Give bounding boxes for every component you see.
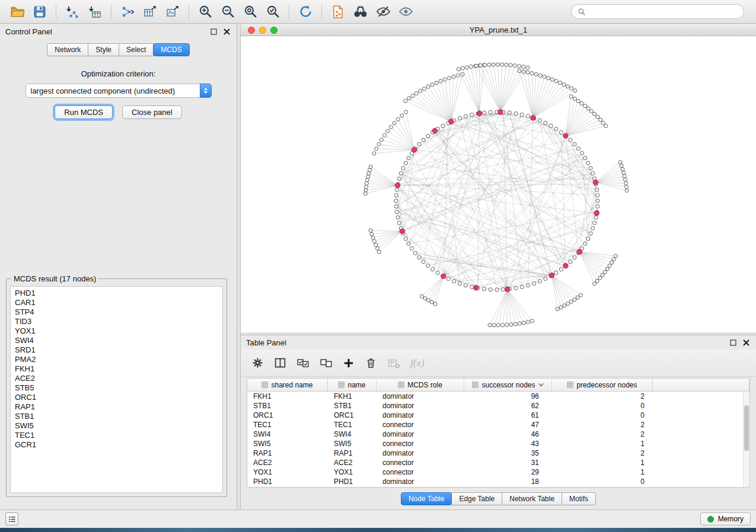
column-header-name[interactable]: name xyxy=(328,379,377,392)
export-network-button[interactable] xyxy=(116,2,139,21)
table-row[interactable]: ORC1ORC1dominator610 xyxy=(247,411,749,420)
tab-network-table[interactable]: Network Table xyxy=(502,492,562,505)
import-table-button[interactable] xyxy=(84,2,106,21)
export-table-button[interactable] xyxy=(139,2,161,21)
float-table-panel-button[interactable] xyxy=(728,338,738,347)
zoom-out-button[interactable] xyxy=(216,2,239,21)
close-panel-action-button[interactable]: Close panel xyxy=(122,105,182,119)
table-cell: PHD1 xyxy=(247,477,328,486)
close-panel-button[interactable] xyxy=(222,27,231,36)
select-all-columns-button[interactable] xyxy=(296,357,310,370)
table-row[interactable]: RAP1RAP1dominator352 xyxy=(247,448,749,458)
export-network-icon xyxy=(120,5,135,19)
table-row[interactable]: FKH1FKH1dominator962 xyxy=(247,392,749,401)
delete-table-button[interactable] xyxy=(387,357,400,370)
table-row[interactable]: YOX1YOX1connector291 xyxy=(247,467,749,477)
zoom-fit-button[interactable] xyxy=(239,2,261,21)
network-window-titlebar[interactable]: YPA_prune.txt_1 xyxy=(241,24,756,36)
search-input[interactable] xyxy=(589,7,738,16)
run-mcds-button[interactable]: Run MCDS xyxy=(55,105,113,119)
mcds-result-list[interactable]: PHD1CAR1STP4TID3YOX1SWI4SRD1PMA2FKH1ACE2… xyxy=(10,286,223,493)
export-image-button[interactable] xyxy=(161,2,184,21)
mcds-list-item[interactable]: CAR1 xyxy=(15,298,222,307)
criterion-dropdown[interactable]: largest connected component (undirected) xyxy=(25,84,212,98)
table-vertical-scrollbar[interactable] xyxy=(743,392,749,487)
mcds-list-item[interactable]: PHD1 xyxy=(15,289,222,298)
mcds-list-item[interactable]: RAP1 xyxy=(15,402,222,412)
mcds-list-item[interactable]: TID3 xyxy=(15,317,222,326)
table-cell: connector xyxy=(377,458,464,467)
column-header-filler xyxy=(653,379,749,392)
mcds-list-item[interactable]: STB5 xyxy=(15,383,222,393)
mcds-list-item[interactable]: PMA2 xyxy=(15,355,222,364)
function-builder-button[interactable]: f(x) xyxy=(410,357,425,369)
table-cell: SWI4 xyxy=(328,430,377,439)
mcds-list-item[interactable]: SWI5 xyxy=(15,421,222,431)
float-panel-button[interactable] xyxy=(209,27,218,36)
zoom-in-button[interactable] xyxy=(194,2,216,21)
tab-node-table[interactable]: Node Table xyxy=(401,492,452,505)
table-settings-button[interactable] xyxy=(251,357,264,369)
table-row[interactable]: SWI5SWI5connector431 xyxy=(247,439,749,448)
tab-mcds[interactable]: MCDS xyxy=(153,43,189,56)
column-header-predecessor-nodes[interactable]: predecessor nodes xyxy=(552,379,653,392)
table-row[interactable]: ACE2ACE2connector311 xyxy=(247,458,749,467)
table-row[interactable]: SWI4SWI4dominator462 xyxy=(247,430,749,439)
open-file-button[interactable] xyxy=(6,2,28,21)
vertical-splitter[interactable] xyxy=(237,24,241,510)
unselect-all-columns-button[interactable] xyxy=(320,357,333,370)
find-button[interactable] xyxy=(349,2,372,21)
column-header-mcds-role[interactable]: MCDS role xyxy=(377,379,464,392)
zoom-selected-button[interactable] xyxy=(261,2,284,21)
eye-icon xyxy=(398,4,413,19)
maximize-window-icon[interactable] xyxy=(270,27,277,34)
plus-icon xyxy=(343,357,355,369)
show-columns-button[interactable] xyxy=(274,357,286,369)
mcds-list-item[interactable]: ORC1 xyxy=(15,393,222,402)
network-from-document-button[interactable] xyxy=(327,2,349,21)
tab-style[interactable]: Style xyxy=(88,43,119,56)
toolbar-separator xyxy=(56,4,56,20)
mcds-result-groupbox: MCDS result (17 nodes) PHD1CAR1STP4TID3Y… xyxy=(6,278,227,497)
toggle-graphics-details-button[interactable] xyxy=(372,2,394,21)
show-hide-annotations-button[interactable] xyxy=(394,2,417,21)
tab-network[interactable]: Network xyxy=(47,43,88,56)
memory-button[interactable]: Memory xyxy=(700,512,751,525)
mcds-list-item[interactable]: YOX1 xyxy=(15,326,222,336)
refresh-view-button[interactable] xyxy=(294,2,317,21)
table-row[interactable]: PHD1PHD1dominator180 xyxy=(247,477,749,486)
tab-edge-table[interactable]: Edge Table xyxy=(451,492,502,505)
table-cell: 29 xyxy=(464,467,552,477)
zoom-out-icon xyxy=(221,4,235,19)
column-header-successor-nodes[interactable]: successor nodes xyxy=(464,379,552,392)
close-table-panel-button[interactable] xyxy=(741,338,751,347)
eye-slash-icon xyxy=(376,4,391,19)
scrollbar-thumb[interactable] xyxy=(744,405,749,451)
mcds-list-item[interactable]: STP4 xyxy=(15,307,222,317)
mcds-list-item[interactable]: SWI4 xyxy=(15,336,222,345)
create-column-button[interactable] xyxy=(343,357,355,369)
close-window-icon[interactable] xyxy=(248,27,255,34)
document-network-icon xyxy=(331,5,345,19)
save-session-button[interactable] xyxy=(28,2,51,21)
table-row[interactable]: TEC1TEC1connector472 xyxy=(247,420,749,430)
table-row[interactable]: STB1STB1dominator620 xyxy=(247,401,749,411)
mcds-list-item[interactable]: TEC1 xyxy=(15,431,222,440)
mcds-list-item[interactable]: STB1 xyxy=(15,412,222,421)
tab-select[interactable]: Select xyxy=(119,43,154,56)
mcds-list-item[interactable]: SRD1 xyxy=(15,345,222,355)
dropdown-stepper-icon xyxy=(200,84,212,98)
import-network-button[interactable] xyxy=(61,2,84,21)
network-canvas[interactable] xyxy=(241,36,756,332)
column-header-shared-name[interactable]: shared name xyxy=(247,379,328,392)
delete-column-button[interactable] xyxy=(365,357,377,369)
window-controls xyxy=(248,27,277,34)
network-canvas-svg[interactable] xyxy=(241,36,756,332)
minimize-window-icon[interactable] xyxy=(259,27,266,34)
node-table-body: FKH1FKH1dominator962STB1STB1dominator620… xyxy=(247,392,749,486)
tab-motifs[interactable]: Motifs xyxy=(562,492,596,505)
mcds-list-item[interactable]: GCR1 xyxy=(15,440,222,450)
status-menu-button[interactable] xyxy=(5,512,18,525)
mcds-list-item[interactable]: FKH1 xyxy=(15,364,222,374)
mcds-list-item[interactable]: ACE2 xyxy=(15,374,222,383)
